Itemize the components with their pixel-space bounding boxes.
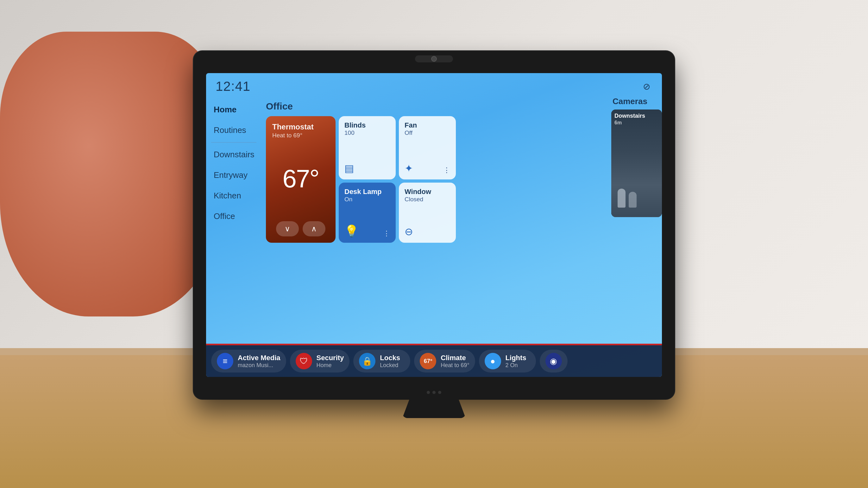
section-title: Office bbox=[266, 100, 604, 113]
lights-title: Lights bbox=[505, 354, 526, 362]
desk-lamp-card[interactable]: Desk Lamp On 💡 ⋮ bbox=[339, 183, 396, 243]
window-title: Window bbox=[405, 188, 450, 196]
lights-subtitle: 2 On bbox=[505, 362, 526, 369]
climate-subtitle: Heat to 69° bbox=[441, 362, 469, 369]
fan-icon: ✦ bbox=[405, 162, 413, 174]
window-subtitle: Closed bbox=[405, 196, 450, 203]
device-stand bbox=[402, 393, 466, 418]
thermostat-card[interactable]: Thermostat Heat to 69° 67° ∨ ∧ bbox=[266, 116, 336, 243]
active-media-icon: ≡ bbox=[217, 353, 233, 369]
cameras-widget-partial[interactable]: ◉ bbox=[540, 350, 567, 372]
device-frame: 12:41 ⊘ Home Routines Downstairs Entrywa… bbox=[193, 51, 675, 399]
lights-icon: ● bbox=[485, 353, 501, 369]
camera-time: 6m bbox=[614, 120, 622, 125]
desk-lamp-icon-area: 💡 ⋮ bbox=[344, 224, 390, 238]
cameras-bottom-icon: ◉ bbox=[546, 353, 562, 369]
blinds-value: 100 bbox=[344, 129, 390, 136]
bottom-dot-1 bbox=[427, 391, 430, 394]
window-icon: ⊖ bbox=[405, 226, 413, 238]
fan-title: Fan bbox=[405, 121, 450, 129]
active-media-widget[interactable]: ≡ Active Media mazon Musi... bbox=[211, 350, 286, 372]
climate-icon: 67° bbox=[420, 353, 436, 369]
window-card[interactable]: Window Closed ⊖ bbox=[399, 183, 456, 243]
desk-lamp-menu-button[interactable]: ⋮ bbox=[383, 229, 390, 238]
active-media-title: Active Media bbox=[238, 354, 280, 362]
security-icon: 🛡 bbox=[296, 353, 312, 369]
sidebar-item-entryway[interactable]: Entryway bbox=[206, 165, 261, 185]
cameras-panel: Cameras Downstairs 6m bbox=[611, 97, 662, 344]
security-widget[interactable]: 🛡 Security Home bbox=[290, 350, 350, 372]
sidebar-item-home[interactable]: Home bbox=[206, 100, 261, 120]
thermostat-temp: 67° bbox=[272, 164, 329, 193]
blinds-title: Blinds bbox=[344, 121, 390, 129]
security-subtitle: Home bbox=[316, 362, 344, 369]
main-content: Home Routines Downstairs Entryway Kitche… bbox=[206, 97, 662, 344]
thermostat-title: Thermostat bbox=[272, 123, 329, 131]
temp-increase-button[interactable]: ∧ bbox=[303, 221, 326, 236]
fan-subtitle: Off bbox=[405, 129, 450, 136]
bottom-bar: ≡ Active Media mazon Musi... 🛡 Security … bbox=[206, 345, 662, 377]
content-area: Office Thermostat Heat to 69° 67° ∨ ∧ bbox=[261, 97, 609, 344]
security-text: Security Home bbox=[316, 354, 344, 369]
cards-grid: Thermostat Heat to 69° 67° ∨ ∧ bbox=[266, 116, 604, 340]
fan-icon-area: ✦ ⋮ bbox=[405, 162, 450, 174]
desk-lamp-title: Desk Lamp bbox=[344, 188, 390, 196]
sidebar-item-kitchen[interactable]: Kitchen bbox=[206, 186, 261, 206]
locks-title: Locks bbox=[380, 354, 400, 362]
camera-label: Downstairs 6m bbox=[614, 113, 659, 126]
sidebar: Home Routines Downstairs Entryway Kitche… bbox=[206, 97, 261, 344]
chevron-up-icon: ∧ bbox=[311, 224, 317, 233]
fan-menu-button[interactable]: ⋮ bbox=[443, 166, 450, 174]
cameras-title: Cameras bbox=[611, 97, 662, 109]
sidebar-item-routines[interactable]: Routines bbox=[206, 120, 261, 140]
climate-text: Climate Heat to 69° bbox=[441, 354, 469, 369]
locks-subtitle: Locked bbox=[380, 362, 400, 369]
lights-text: Lights 2 On bbox=[505, 354, 526, 369]
security-title: Security bbox=[316, 354, 344, 362]
bottom-dot-3 bbox=[438, 391, 441, 394]
active-media-text: Active Media mazon Musi... bbox=[238, 354, 280, 369]
decorative-pot bbox=[0, 32, 222, 317]
camera-card-downstairs[interactable]: Downstairs 6m bbox=[611, 109, 662, 217]
camera-lens bbox=[431, 56, 437, 62]
temp-decrease-button[interactable]: ∨ bbox=[276, 221, 299, 236]
sidebar-item-downstairs[interactable]: Downstairs bbox=[206, 144, 261, 165]
screen: 12:41 ⊘ Home Routines Downstairs Entrywa… bbox=[206, 73, 662, 377]
climate-title: Climate bbox=[441, 354, 469, 362]
lights-widget[interactable]: ● Lights 2 On bbox=[479, 350, 536, 372]
active-media-subtitle: mazon Musi... bbox=[238, 362, 280, 369]
chevron-down-icon: ∨ bbox=[285, 224, 290, 233]
blinds-icon-area: ▤ bbox=[344, 162, 390, 174]
locks-text: Locks Locked bbox=[380, 354, 400, 369]
camera-bump bbox=[415, 55, 453, 62]
settings-icon[interactable]: ⊘ bbox=[641, 80, 652, 92]
thermostat-controls: ∨ ∧ bbox=[272, 221, 329, 236]
blinds-card[interactable]: Blinds 100 ▤ bbox=[339, 116, 396, 180]
climate-widget[interactable]: 67° Climate Heat to 69° bbox=[414, 350, 475, 372]
bottom-dots bbox=[427, 391, 441, 394]
bottom-dot-2 bbox=[432, 391, 436, 394]
desk-lamp-subtitle: On bbox=[344, 196, 390, 203]
window-icon-area: ⊖ bbox=[405, 226, 450, 238]
clock: 12:41 bbox=[216, 79, 250, 94]
locks-icon: 🔒 bbox=[359, 353, 375, 369]
thermostat-subtitle: Heat to 69° bbox=[272, 132, 329, 139]
desk-lamp-icon: 💡 bbox=[344, 224, 359, 238]
locks-widget[interactable]: 🔒 Locks Locked bbox=[353, 350, 410, 372]
sidebar-divider bbox=[211, 142, 256, 143]
fan-card[interactable]: Fan Off ✦ ⋮ bbox=[399, 116, 456, 180]
top-bar: 12:41 ⊘ bbox=[206, 73, 662, 97]
sidebar-item-office[interactable]: Office bbox=[206, 206, 261, 226]
blinds-icon: ▤ bbox=[344, 162, 354, 174]
